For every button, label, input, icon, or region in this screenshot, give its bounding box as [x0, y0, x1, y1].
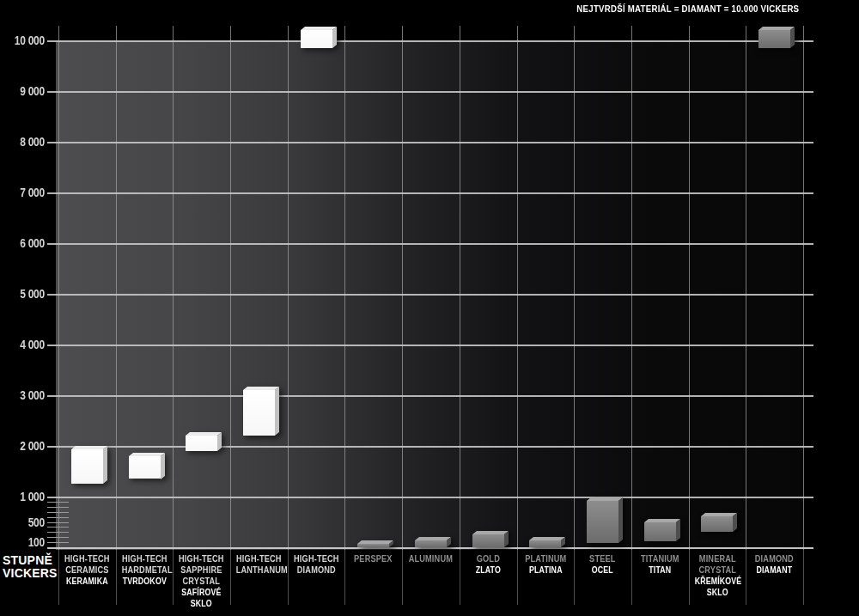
category-name-line: HIGH-TECH — [121, 553, 167, 564]
category-label-platinum: PLATINUMPLATINA — [517, 553, 575, 576]
y-axis-title: STUPNĚ VICKERS — [3, 554, 58, 580]
y-axis-tick-label: 9 000 — [9, 84, 45, 98]
y-axis-tick-label: 7 000 — [9, 186, 45, 199]
y-axis-minor-tick — [47, 512, 69, 513]
gridline-horizontal — [47, 395, 813, 397]
bar-front-face — [587, 501, 618, 543]
category-label-titanium: TITANIUMTITAN — [631, 553, 689, 576]
y-axis-minor-tick — [47, 527, 69, 528]
gridline-vertical — [402, 26, 403, 550]
gridline-horizontal — [47, 91, 813, 93]
y-axis-title-line2: VICKERS — [3, 567, 58, 580]
bar-mineral-crystal — [701, 516, 733, 532]
category-czech-line: ZLATO — [466, 564, 511, 576]
category-name-line: STEEL — [580, 553, 625, 564]
category-label-text: MINERALCRYSTALKŘEMÍKOVÉSKLO — [694, 553, 740, 598]
category-label-text: GOLDZLATO — [466, 553, 511, 576]
gridline-vertical — [230, 26, 231, 550]
bar-front-face — [243, 390, 275, 436]
y-axis-minor-tick — [47, 517, 69, 518]
bar-front-face — [71, 449, 103, 484]
bar-right-face — [618, 497, 623, 543]
x-axis-line — [47, 547, 813, 549]
bar-right-face — [103, 446, 107, 484]
category-label-text: ALUMINUM — [408, 553, 454, 564]
category-name-line: HIGH-TECH — [236, 553, 282, 564]
gridline-vertical — [58, 26, 59, 550]
category-label-text: STEELOCEL — [580, 553, 625, 576]
category-label-text: DIAMONDDIAMANT — [752, 553, 797, 576]
category-separator — [803, 550, 804, 605]
gridline-vertical — [116, 26, 117, 550]
category-czech-line: SAFÍROVÉ — [179, 587, 224, 598]
category-czech-line: DIAMANT — [752, 564, 797, 576]
bar-high-tech-sapphire-crystal — [186, 436, 217, 451]
y-axis-tick-label: 3 000 — [9, 388, 45, 402]
y-axis-tick-label: 10 000 — [9, 34, 45, 47]
bar-front-face — [186, 436, 217, 451]
category-czech-line: TVRDOKOV — [121, 576, 167, 587]
vickers-hardness-chart: NEJTVRDŠÍ MATERIÁL = DIAMANT = 10.000 VI… — [0, 0, 859, 616]
category-label-text: HIGH-TECHCERAMICSKERAMIKA — [64, 553, 110, 587]
category-name-line: CRYSTAL — [179, 576, 224, 587]
category-label-aluminum: ALUMINUM — [402, 553, 460, 564]
bar-aluminum — [415, 540, 447, 547]
y-axis-minor-tick — [47, 542, 69, 543]
gridline-vertical — [288, 26, 289, 550]
category-name-line: SAPPHIRE — [179, 564, 224, 576]
bar-platinum — [529, 540, 561, 547]
bar-high-tech-hardmetal — [129, 456, 161, 479]
category-label-text: HIGH-TECHDIAMOND — [293, 553, 338, 576]
category-name-line: CRYSTAL — [694, 564, 740, 576]
gridline-vertical — [460, 26, 460, 550]
gridline-horizontal — [47, 40, 813, 42]
bar-gold — [472, 534, 504, 547]
y-axis-tick-label: 4 000 — [9, 338, 45, 351]
bar-front-face — [529, 540, 561, 547]
bar-front-face — [701, 516, 733, 532]
y-axis-tick-label: 1 000 — [9, 490, 45, 503]
bar-right-face — [790, 27, 795, 48]
gridline-horizontal — [47, 294, 813, 296]
bar-steel — [587, 501, 618, 543]
gridline-vertical — [746, 26, 746, 550]
category-label-high-tech-ceramics: HIGH-TECHCERAMICSKERAMIKA — [58, 553, 116, 587]
gridline-horizontal — [47, 345, 813, 346]
y-axis-title-line1: STUPNĚ — [3, 554, 58, 567]
bar-high-tech-diamond — [301, 30, 332, 48]
gridline-vertical — [803, 26, 804, 550]
bar-front-face — [301, 30, 332, 48]
y-axis-minor-tick — [47, 522, 69, 523]
y-axis-tick-label: 5 000 — [9, 287, 45, 301]
bar-right-face — [676, 519, 680, 541]
bar-titanium — [644, 522, 676, 541]
category-name-line: HARDMETAL — [121, 564, 167, 576]
y-axis-tick-label: 2 000 — [9, 439, 45, 453]
category-label-text: HIGH-TECHHARDMETALTVRDOKOV — [121, 553, 167, 587]
category-label-mineral-crystal: MINERALCRYSTALKŘEMÍKOVÉSKLO — [689, 553, 746, 598]
category-label-high-tech-lanthanum: HIGH-TECHLANTHANUM — [230, 553, 288, 576]
category-name-line: DIAMOND — [752, 553, 797, 564]
category-name-line: HIGH-TECH — [179, 553, 224, 564]
bar-diamond — [758, 30, 790, 48]
bar-perspex — [357, 544, 389, 547]
y-axis-tick-label: 8 000 — [9, 135, 45, 149]
category-name-line: HIGH-TECH — [293, 553, 338, 564]
category-label-high-tech-hardmetal: HIGH-TECHHARDMETALTVRDOKOV — [116, 553, 174, 587]
bar-front-face — [644, 522, 676, 541]
category-czech-line: TITAN — [637, 564, 683, 576]
category-name-line: ALUMINUM — [408, 553, 454, 564]
bar-front-face — [129, 456, 161, 479]
bar-front-face — [357, 544, 389, 547]
category-name-line: HIGH-TECH — [64, 553, 110, 564]
y-axis-tick-label: 500 — [9, 515, 45, 529]
gridline-vertical — [631, 26, 632, 550]
gridline-vertical — [574, 26, 575, 550]
bar-front-face — [472, 534, 504, 547]
y-axis-minor-tick — [47, 537, 69, 538]
category-czech-line: PLATINA — [522, 564, 568, 576]
category-name-line: GOLD — [466, 553, 511, 564]
category-name-line: TITANIUM — [637, 553, 683, 564]
y-axis-minor-tick — [47, 502, 69, 503]
bar-right-face — [332, 27, 337, 48]
